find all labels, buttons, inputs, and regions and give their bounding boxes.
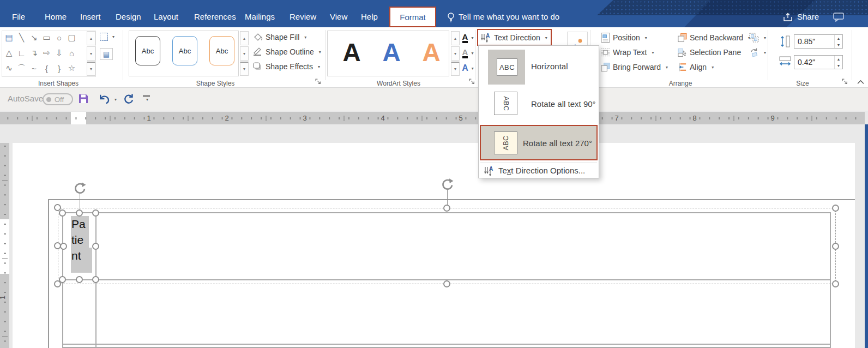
undo-icon[interactable] [99,94,111,104]
text-box-icon[interactable]: ▤ [3,32,15,44]
rectangle-icon[interactable]: ▭ [40,32,53,44]
tab-format-active-callout[interactable]: Format [389,7,436,27]
selection-handle[interactable] [443,280,450,287]
height-spinner[interactable]: ▲▼ [834,35,842,48]
undo-dropdown-icon[interactable]: ▾ [114,97,117,102]
spinner-down-icon[interactable]: ▼ [837,64,841,68]
spinner-up-icon[interactable]: ▲ [837,57,841,61]
textbox-selection-outline[interactable] [58,208,836,284]
text-fill-button[interactable]: A▾ [461,31,474,44]
spinner-up-icon[interactable]: ▲ [837,37,841,40]
collapse-ribbon-icon[interactable] [857,80,864,85]
rotation-handle-icon[interactable] [440,177,455,192]
elbow-connector-icon[interactable]: ∟ [15,47,28,59]
wordart-scroll-up[interactable]: ▴ [451,31,460,45]
shape-style-chip-1[interactable]: Abc [135,36,160,65]
customize-qat-icon[interactable] [143,95,150,97]
group-objects-button[interactable]: ▾ [749,31,766,44]
tab-home[interactable]: Home [45,12,67,21]
wordart-style-blue[interactable]: A [373,32,409,73]
gallery-more-button[interactable]: ▾ [87,62,95,76]
star-icon[interactable]: ☆ [65,62,78,74]
cell-text[interactable]: Pa tie nt [71,216,95,263]
customize-qat-caret-icon[interactable]: ▾ [146,97,148,102]
cell-selection-handle[interactable] [76,276,83,283]
right-brace-icon[interactable]: } [53,62,65,74]
shape-style-more-button[interactable]: ▾ [240,62,249,76]
wordart-style-orange[interactable]: A [413,32,449,73]
scribble-icon[interactable]: ∿ [3,62,15,74]
shape-outline-button[interactable]: Shape Outline▾ [252,45,321,58]
shape-style-chip-2[interactable]: Abc [172,36,197,65]
horizontal-ruler[interactable]: 1 2 3 4 5 6 7 8 9 [0,112,865,124]
gallery-scroll-up[interactable]: ▴ [87,31,95,45]
selection-handle[interactable] [832,243,839,250]
autosave-toggle[interactable]: Off [43,93,73,105]
bring-forward-button[interactable]: Bring Forward▾ [601,61,668,74]
cell-selection-handle[interactable] [76,209,83,217]
edit-shape-button[interactable]: ▾ [100,33,114,41]
tab-review[interactable]: Review [290,12,316,21]
right-arrow-icon[interactable]: ⇨ [40,47,53,59]
cell-selection-handle[interactable] [92,243,99,250]
text-outline-button[interactable]: A▾ [461,46,474,59]
line-icon[interactable]: ╲ [15,32,28,44]
wrap-text-button[interactable]: Wrap Text▾ [601,46,654,59]
selection-handle[interactable] [443,205,450,212]
text-effects-button[interactable]: A▾ [461,62,474,75]
rotation-handle-icon[interactable] [73,181,87,196]
tab-file[interactable]: File [12,12,25,21]
vertical-ruler[interactable]: 1 [0,143,9,348]
tell-me-box[interactable]: Tell me what you want to do [459,12,559,21]
snip-corner-rectangle-icon[interactable]: ⌂ [65,47,78,59]
triangle-icon[interactable]: △ [3,47,15,59]
shape-effects-button[interactable]: Shape Effects▾ [252,60,320,73]
comment-icon[interactable] [833,13,844,22]
tab-layout[interactable]: Layout [154,12,178,21]
elbow-arrow-connector-icon[interactable]: ↴ [28,47,40,59]
size-dialog-launcher-icon[interactable] [842,79,848,85]
rounded-rectangle-icon[interactable]: ▢ [65,32,78,44]
arc-icon[interactable]: ⌒ [15,62,28,74]
wordart-style-black[interactable]: A [334,32,370,73]
down-arrow-icon[interactable]: ⇩ [53,47,65,59]
save-icon[interactable] [78,93,89,104]
rotate-objects-button[interactable]: ▾ [749,46,766,59]
tab-design[interactable]: Design [116,12,141,21]
shape-style-scroll-up[interactable]: ▴ [240,31,249,45]
cell-selection-handle[interactable] [59,276,66,283]
send-backward-button[interactable]: Send Backward▾ [678,31,750,44]
tab-view[interactable]: View [330,12,347,21]
cell-selection-handle[interactable] [92,276,99,283]
wordart-more-button[interactable]: ▾ [451,62,460,76]
left-brace-icon[interactable]: { [40,62,53,74]
oval-icon[interactable]: ○ [53,32,65,44]
selection-handle[interactable] [832,205,839,212]
text-direction-button[interactable]: A Text Direction ▾ [480,31,547,44]
tab-references[interactable]: References [194,12,236,21]
spinner-down-icon[interactable]: ▼ [837,43,841,47]
shape-fill-button[interactable]: Shape Fill▾ [252,31,306,44]
tab-insert[interactable]: Insert [80,12,101,21]
wordart-scroll-down[interactable]: ▾ [451,46,460,61]
cell-selection-handle[interactable] [60,243,67,250]
curve-icon[interactable]: ~ [28,62,40,74]
tab-mailings[interactable]: Mailings [245,12,275,21]
wordart-dialog-launcher-icon[interactable] [469,79,475,85]
tab-help[interactable]: Help [361,12,378,21]
cell-selection-handle[interactable] [59,209,66,217]
line-arrow-icon[interactable]: ↘ [28,32,40,44]
selection-handle[interactable] [832,280,839,287]
shape-style-scroll-down[interactable]: ▾ [240,46,249,61]
gallery-scroll-down[interactable]: ▾ [87,46,95,61]
cell-selection-handle[interactable] [92,209,99,217]
selection-pane-button[interactable]: Selection Pane [678,46,741,59]
draw-text-box-button[interactable]: ▤ [100,48,113,60]
shape-styles-dialog-launcher-icon[interactable] [315,79,321,85]
share-button[interactable]: Share [797,12,819,21]
redo-icon[interactable] [123,93,134,104]
width-spinner[interactable]: ▲▼ [834,56,842,69]
align-button[interactable]: Align▾ [678,61,714,74]
position-button[interactable]: Position▾ [601,31,647,44]
shape-style-chip-3[interactable]: Abc [209,36,234,65]
